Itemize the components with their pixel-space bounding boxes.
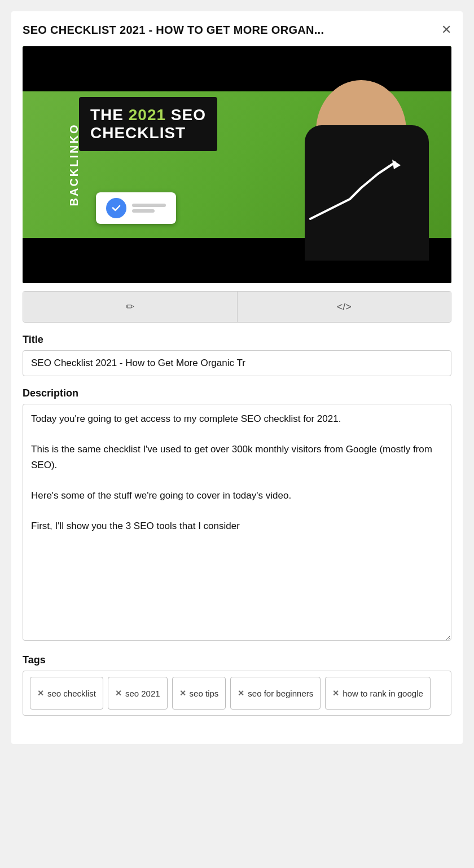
description-label: Description xyxy=(23,387,451,399)
tag-remove-icon[interactable]: ✕ xyxy=(238,689,244,698)
badge-line-1 xyxy=(132,204,166,207)
thumbnail-line2: CHECKLIST xyxy=(90,124,206,142)
description-textarea[interactable]: Today you're going to get access to my c… xyxy=(23,404,451,641)
title-group: Title xyxy=(23,334,451,376)
tag-remove-icon[interactable]: ✕ xyxy=(179,689,186,698)
tag-remove-icon[interactable]: ✕ xyxy=(37,689,44,698)
title-input[interactable] xyxy=(23,350,451,376)
code-icon: </> xyxy=(337,301,352,313)
backlinko-label: BACKLINKO xyxy=(68,124,81,206)
tag-seo-for-beginners[interactable]: ✕ seo for beginners xyxy=(230,677,321,710)
description-group: Description Today you're going to get ac… xyxy=(23,387,451,643)
title-label: Title xyxy=(23,334,451,346)
tab-bar: ✏ </> xyxy=(23,291,451,323)
thumbnail-line1: THE 2021 SEO xyxy=(90,106,206,124)
tag-label: seo checklist xyxy=(47,689,96,698)
thumbnail-text-box: THE 2021 SEO CHECKLIST xyxy=(79,97,217,151)
thumbnail-badge xyxy=(96,192,176,224)
panel-title: SEO CHECKLIST 2021 - HOW TO GET MORE ORG… xyxy=(23,23,441,37)
tag-seo-checklist[interactable]: ✕ seo checklist xyxy=(30,677,103,710)
tags-label: Tags xyxy=(23,654,451,666)
chart-svg xyxy=(305,157,406,230)
badge-lines xyxy=(132,204,166,213)
video-thumbnail: BACKLINKO THE 2021 SEO CHECKLIST xyxy=(23,46,451,283)
panel-header: SEO CHECKLIST 2021 - HOW TO GET MORE ORG… xyxy=(23,23,451,37)
tab-code[interactable]: </> xyxy=(238,292,451,322)
tag-remove-icon[interactable]: ✕ xyxy=(332,689,339,698)
checkmark-icon xyxy=(111,202,122,214)
tag-remove-icon[interactable]: ✕ xyxy=(115,689,122,698)
badge-circle xyxy=(106,198,126,218)
tag-label: seo 2021 xyxy=(125,689,160,698)
tags-container: ✕ seo checklist ✕ seo 2021 ✕ seo tips ✕ … xyxy=(23,671,451,716)
tab-edit[interactable]: ✏ xyxy=(23,292,238,322)
close-button[interactable]: ✕ xyxy=(441,24,451,36)
tag-seo-tips[interactable]: ✕ seo tips xyxy=(172,677,226,710)
svg-marker-0 xyxy=(392,160,401,169)
tag-label: seo tips xyxy=(190,689,219,698)
tag-seo-2021[interactable]: ✕ seo 2021 xyxy=(108,677,168,710)
tags-group: Tags ✕ seo checklist ✕ seo 2021 ✕ seo ti… xyxy=(23,654,451,716)
badge-line-2 xyxy=(132,209,155,213)
main-panel: SEO CHECKLIST 2021 - HOW TO GET MORE ORG… xyxy=(11,11,463,744)
tag-label: seo for beginners xyxy=(248,689,313,698)
tag-how-to-rank-in-google[interactable]: ✕ how to rank in google xyxy=(325,677,431,710)
tag-label: how to rank in google xyxy=(343,689,423,698)
edit-icon: ✏ xyxy=(126,301,134,313)
chart-arrow xyxy=(305,157,406,232)
